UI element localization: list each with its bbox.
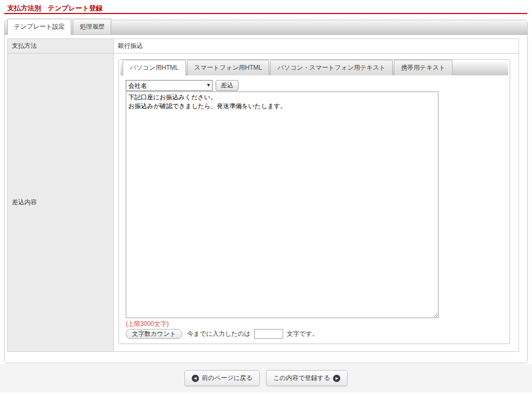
template-textarea[interactable]: 下記口座にお振込みください。 お振込みが確認できましたら、発送準備をいたします。 <box>126 91 438 318</box>
merge-field-row: 会社名 ▾ 差込 <box>126 80 508 91</box>
tab-process-history[interactable]: 処理履歴 <box>73 19 111 34</box>
page-title: 支払方法別 テンプレート登録 <box>7 4 532 12</box>
char-count-text-before: 今までに入力したのは <box>187 330 250 338</box>
payment-method-label: 支払方法 <box>8 39 114 54</box>
tab-template-settings[interactable]: テンプレート設定 <box>7 19 71 35</box>
subtab-mobile-text[interactable]: 携帯用テキスト <box>394 60 453 75</box>
submit-button-label: この内容で登録する <box>273 374 330 383</box>
char-limit-note: (上限3000文字) <box>126 320 508 327</box>
insert-content-cell: パソコン用HTML スマートフォン用HTML パソコン・スマートフォン用テキスト… <box>114 54 519 352</box>
merge-field-select-wrap: 会社名 ▾ <box>126 80 212 91</box>
editor-content: 会社名 ▾ 差込 下記口座にお振込みください。 お振込みが確認できましたら、発送… <box>121 75 508 339</box>
template-editor-panel: パソコン用HTML スマートフォン用HTML パソコン・スマートフォン用テキスト… <box>118 59 510 344</box>
header-divider <box>4 13 527 14</box>
template-type-tabbar: パソコン用HTML スマートフォン用HTML パソコン・スマートフォン用テキスト… <box>121 61 508 75</box>
main-tabbar: テンプレート設定 処理履歴 <box>5 20 527 35</box>
insert-content-label: 差込内容 <box>8 54 114 352</box>
char-count-input[interactable] <box>254 329 283 339</box>
char-count-row: 文字数カウント 今までに入力したのは 文字です。 <box>126 329 508 339</box>
payment-method-value: 銀行振込 <box>114 39 519 54</box>
table-row-payment-method: 支払方法 銀行振込 <box>8 39 519 54</box>
char-count-text-after: 文字です。 <box>287 330 318 338</box>
insert-merge-button[interactable]: 差込 <box>216 80 238 91</box>
subtab-pc-smartphone-text[interactable]: パソコン・スマートフォン用テキスト <box>270 60 393 75</box>
template-panel: テンプレート設定 処理履歴 支払方法 銀行振込 差込内容 パソコン用HTML ス… <box>4 20 528 363</box>
subtab-smartphone-html[interactable]: スマートフォン用HTML <box>187 60 269 75</box>
back-button[interactable]: ◀ 前のページに戻る <box>184 370 260 386</box>
settings-table: 支払方法 銀行振込 差込内容 パソコン用HTML スマートフォン用HTML パソ… <box>7 38 519 352</box>
tab-content: 支払方法 銀行振込 差込内容 パソコン用HTML スマートフォン用HTML パソ… <box>5 35 527 352</box>
arrow-left-icon: ◀ <box>192 375 199 382</box>
submit-button[interactable]: この内容で登録する ▶ <box>266 370 348 386</box>
back-button-label: 前のページに戻る <box>202 374 252 383</box>
page-header: 支払方法別 テンプレート登録 <box>0 0 532 12</box>
merge-field-select[interactable]: 会社名 <box>126 80 212 91</box>
arrow-right-icon: ▶ <box>333 375 340 382</box>
footer-actions: ◀ 前のページに戻る この内容で登録する ▶ <box>0 364 532 392</box>
subtab-pc-html[interactable]: パソコン用HTML <box>123 60 186 76</box>
char-count-button[interactable]: 文字数カウント <box>126 329 182 339</box>
table-row-insert-content: 差込内容 パソコン用HTML スマートフォン用HTML パソコン・スマートフォン… <box>8 54 519 352</box>
